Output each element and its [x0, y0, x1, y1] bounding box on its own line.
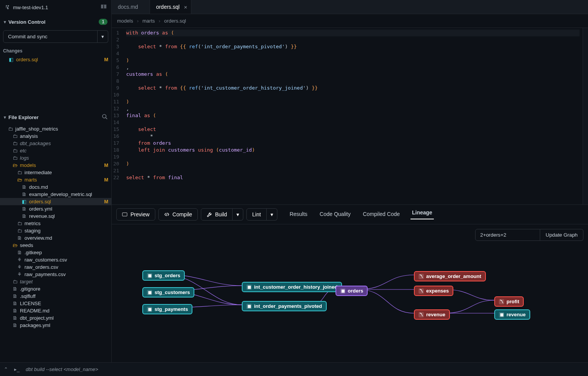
tree-folder-seeds[interactable]: 🗁 seeds — [0, 242, 111, 249]
lineage-tab[interactable]: Lineage — [410, 206, 434, 219]
lineage-node-profit[interactable]: 〽profit — [494, 296, 524, 307]
tree-file[interactable]: 🗎LICENSE — [0, 300, 111, 307]
sidebar: mw-test-idev1.1 ▾ Version Control 1 Comm… — [0, 0, 112, 362]
terminal-icon[interactable]: ▸_ — [14, 366, 20, 372]
lineage-node-int-history[interactable]: ▦int_customer_order_history_joined — [242, 282, 342, 292]
command-hint[interactable]: dbt build --select <model_name> — [26, 366, 98, 372]
status-badge: M — [104, 57, 108, 62]
chevron-up-icon[interactable]: ⌃ — [4, 366, 8, 372]
tree-folder-models[interactable]: 🗁 models M — [0, 162, 111, 169]
book-icon[interactable] — [101, 4, 107, 11]
model-icon: ▦ — [246, 304, 252, 309]
file-icon: 🗎 — [17, 235, 22, 241]
tree-file[interactable]: 🗎dbt_project.yml — [0, 314, 111, 322]
tree-folder-intermediate[interactable]: 🗀 intermediate — [0, 169, 111, 176]
metric-icon: 〽 — [419, 312, 424, 317]
model-icon: ◧ — [21, 199, 27, 204]
folder-open-icon: 🗁 — [17, 177, 22, 183]
tree-file[interactable]: 🗎.gitignore — [0, 285, 111, 293]
lineage-node-orders[interactable]: ▦orders — [336, 286, 368, 296]
tree-file[interactable]: ◧orders.sqlM — [0, 198, 111, 205]
build-dropdown[interactable]: ▾ — [233, 208, 243, 221]
folder-icon: 🗀 — [12, 279, 18, 284]
commit-sync-button[interactable]: Commit and sync — [3, 30, 98, 43]
version-control-header[interactable]: ▾ Version Control 1 — [0, 15, 111, 29]
file-explorer-header[interactable]: ▾ File Explorer — [0, 110, 111, 124]
chevron-down-icon: ▾ — [4, 115, 6, 120]
folder-icon: 🗀 — [17, 221, 22, 226]
lineage-node-stg-orders[interactable]: ▦stg_orders — [142, 270, 185, 281]
file-icon: 🗎 — [21, 191, 27, 197]
folder-icon: 🗀 — [12, 148, 18, 154]
tree-folder[interactable]: 🗀metrics — [0, 220, 111, 227]
branch-name[interactable]: mw-test-idev1.1 — [13, 5, 98, 10]
lineage-node-revenue-model[interactable]: ▦revenue — [494, 309, 530, 320]
tree-folder-target[interactable]: 🗀 target — [0, 278, 111, 285]
lineage-node-revenue[interactable]: 〽revenue — [414, 309, 450, 320]
tree-file[interactable]: ⚘raw_orders.csv — [0, 263, 111, 271]
file-icon: 🗎 — [12, 293, 18, 299]
tab-label: docs.md — [118, 4, 138, 10]
tree-file[interactable]: ⚘raw_customers.csv — [0, 256, 111, 263]
chevron-right-icon: › — [159, 18, 160, 24]
search-icon[interactable] — [102, 114, 108, 121]
lineage-node-stg-customers[interactable]: ▦stg_customers — [142, 287, 194, 298]
tree-file[interactable]: 🗎orders.yml — [0, 205, 111, 213]
tree-file[interactable]: ⚘raw_payments.csv — [0, 271, 111, 278]
tree-file[interactable]: 🗎docs.md — [0, 183, 111, 191]
editor-code[interactable]: with orders as ( select * from {{ ref('i… — [123, 28, 583, 204]
editor-minimap[interactable] — [583, 28, 588, 204]
lineage-panel[interactable]: Update Graph ▦stg_orders ▦stg_customers … — [112, 224, 588, 362]
tree-folder-root[interactable]: 🗀 jaffle_shop_metrics — [0, 125, 111, 132]
lint-button[interactable]: Lint — [246, 208, 267, 221]
seed-icon: ⚘ — [17, 271, 22, 277]
tab-orders[interactable]: orders.sql × — [150, 0, 191, 14]
tree-file[interactable]: 🗎.gitkeep — [0, 249, 111, 256]
model-icon: ▦ — [246, 284, 252, 290]
tree-folder[interactable]: 🗀etc — [0, 147, 111, 154]
lineage-node-avg-order[interactable]: 〽average_order_amount — [414, 271, 486, 281]
lineage-node-expenses[interactable]: 〽expenses — [414, 286, 453, 296]
lint-dropdown[interactable]: ▾ — [267, 208, 277, 221]
model-icon: ▦ — [147, 290, 152, 295]
file-icon: 🗎 — [12, 308, 18, 314]
tree-folder[interactable]: 🗀analysis — [0, 132, 111, 140]
compiled-code-tab[interactable]: Compiled Code — [362, 208, 402, 221]
tree-file[interactable]: 🗎revenue.sql — [0, 213, 111, 220]
tab-bar: docs.md orders.sql × — [112, 0, 588, 14]
close-icon[interactable]: × — [184, 4, 187, 10]
tree-folder[interactable]: 🗀dbt_packages — [0, 140, 111, 147]
folder-icon: 🗀 — [12, 155, 18, 161]
lineage-node-int-payments[interactable]: ▦int_order_payments_pivoted — [242, 301, 327, 311]
editor-toolbar: Preview Compile Build ▾ Lint ▾ Resul — [112, 204, 588, 224]
lineage-node-stg-payments[interactable]: ▦stg_payments — [142, 304, 192, 314]
tree-file[interactable]: 🗎example_develop_metric.sql — [0, 191, 111, 198]
commit-dropdown-button[interactable]: ▾ — [98, 30, 108, 43]
compile-button[interactable]: Compile — [158, 208, 198, 221]
code-quality-tab[interactable]: Code Quality — [318, 208, 352, 221]
breadcrumb-item[interactable]: marts — [142, 18, 155, 24]
file-icon: 🗎 — [21, 206, 27, 212]
tree-file[interactable]: 🗎README.md — [0, 307, 111, 314]
breadcrumb-item[interactable]: orders.sql — [164, 18, 186, 24]
seed-icon: ⚘ — [17, 257, 22, 263]
tab-docs[interactable]: docs.md — [112, 0, 150, 14]
build-button[interactable]: Build — [201, 208, 233, 221]
version-control-title: Version Control — [8, 19, 46, 25]
folder-icon: 🗀 — [17, 170, 22, 175]
chevron-right-icon: › — [137, 18, 138, 24]
seed-icon: ⚘ — [17, 264, 22, 270]
tree-file-overview[interactable]: 🗎 overview.md — [0, 234, 111, 242]
preview-button[interactable]: Preview — [116, 208, 155, 221]
tree-file[interactable]: 🗎packages.yml — [0, 322, 111, 329]
file-icon: 🗎 — [12, 286, 18, 292]
tree-folder-marts[interactable]: 🗁 marts M — [0, 176, 111, 183]
code-editor[interactable]: 12345678910111213141516171819202122 with… — [112, 28, 588, 204]
breadcrumb-item[interactable]: models — [117, 18, 133, 24]
results-tab[interactable]: Results — [288, 208, 309, 221]
file-icon: 🗎 — [12, 322, 18, 328]
tree-folder[interactable]: 🗀logs — [0, 154, 111, 162]
tree-file[interactable]: 🗎.sqlfluff — [0, 293, 111, 300]
tree-folder[interactable]: 🗀staging — [0, 227, 111, 234]
change-item[interactable]: ◧ orders.sql M — [0, 55, 111, 64]
